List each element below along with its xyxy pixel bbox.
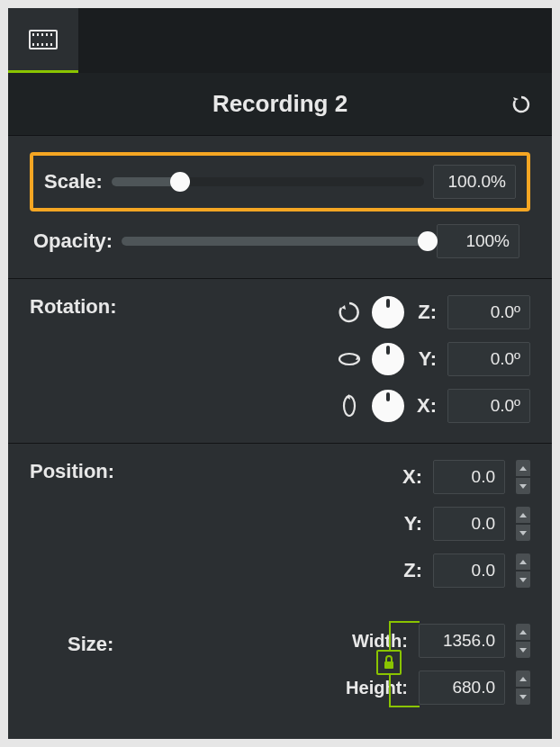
chevron-up-icon <box>519 466 527 471</box>
rotation-y-knob[interactable] <box>372 343 404 375</box>
rotate-x-icon[interactable] <box>338 394 361 418</box>
position-x-step-up[interactable] <box>516 460 530 476</box>
position-label: Position: <box>30 460 114 483</box>
size-width-stepper <box>516 624 530 658</box>
size-width-step-down[interactable] <box>516 642 530 658</box>
size-width-step-up[interactable] <box>516 624 530 640</box>
title-row: Recording 2 <box>8 73 552 136</box>
size-height-stepper <box>516 670 530 705</box>
position-y-stepper <box>516 507 530 541</box>
position-x-input[interactable] <box>433 460 505 494</box>
film-icon <box>29 30 58 50</box>
opacity-label: Opacity: <box>33 230 113 253</box>
position-z-row: Z: <box>30 554 530 588</box>
position-z-axis-label: Z: <box>401 559 422 582</box>
scale-highlight: Scale: <box>30 152 530 212</box>
rotation-label: Rotation: <box>30 295 117 319</box>
scale-input[interactable] <box>433 165 516 199</box>
size-group: Size: Width: <box>30 624 530 705</box>
position-z-step-up[interactable] <box>516 554 530 570</box>
chevron-down-icon <box>519 531 527 536</box>
position-size-section: Position: X: Y: Z: S <box>8 444 552 732</box>
opacity-row: Opacity: <box>30 224 530 258</box>
position-z-stepper <box>516 554 530 588</box>
position-z-step-down[interactable] <box>516 572 530 588</box>
scale-row: Scale: <box>44 165 516 199</box>
scale-slider-thumb[interactable] <box>170 172 190 192</box>
svg-rect-2 <box>384 662 393 669</box>
tab-visual[interactable] <box>8 8 78 73</box>
rotation-z-knob[interactable] <box>372 296 404 328</box>
chevron-up-icon <box>519 630 527 634</box>
position-y-axis-label: Y: <box>401 512 422 536</box>
rotate-z-icon[interactable] <box>338 301 361 324</box>
position-y-step-up[interactable] <box>516 507 530 523</box>
rotation-section: Rotation: Z: Y: X: <box>8 279 552 444</box>
rotation-x-axis-label: X: <box>415 394 437 418</box>
properties-panel: Recording 2 Scale: Opacity: <box>8 8 552 739</box>
rotation-x-knob[interactable] <box>372 390 404 422</box>
chevron-up-icon <box>519 560 527 564</box>
opacity-slider-thumb[interactable] <box>418 231 438 251</box>
position-z-input[interactable] <box>433 554 505 588</box>
size-height-step-down[interactable] <box>516 688 530 705</box>
size-label: Size: <box>68 633 113 656</box>
size-height-input[interactable] <box>419 670 505 705</box>
rotation-x-row: X: <box>30 389 530 423</box>
rotation-z-axis-label: Z: <box>415 301 437 324</box>
position-x-step-down[interactable] <box>516 478 530 494</box>
rotation-y-input[interactable] <box>447 342 530 376</box>
rotation-z-input[interactable] <box>447 295 530 329</box>
rotation-x-input[interactable] <box>447 389 530 423</box>
size-height-axis-label: Height: <box>346 678 408 698</box>
position-y-row: Y: <box>30 507 530 541</box>
rotation-y-row: Y: <box>30 342 530 376</box>
opacity-slider-fill <box>122 237 428 246</box>
rotation-y-axis-label: Y: <box>415 347 437 371</box>
chevron-up-icon <box>519 513 527 518</box>
size-height-row: Height: <box>30 670 530 705</box>
position-x-stepper <box>516 460 530 494</box>
opacity-input[interactable] <box>437 224 519 258</box>
media-title: Recording 2 <box>212 90 348 118</box>
position-x-axis-label: X: <box>401 465 422 489</box>
rotate-y-icon[interactable] <box>338 347 361 371</box>
chevron-down-icon <box>519 648 527 652</box>
size-width-input[interactable] <box>419 624 505 658</box>
chevron-up-icon <box>519 677 527 681</box>
chevron-down-icon <box>519 484 527 489</box>
position-y-input[interactable] <box>433 507 505 541</box>
chevron-down-icon <box>519 578 527 582</box>
size-height-step-up[interactable] <box>516 670 530 687</box>
scale-slider[interactable] <box>112 177 424 186</box>
transform-section: Scale: Opacity: <box>8 136 552 279</box>
size-width-axis-label: Width: <box>352 631 408 652</box>
position-y-step-down[interactable] <box>516 525 530 541</box>
scale-label: Scale: <box>44 170 103 194</box>
undo-icon <box>510 94 532 115</box>
tab-bar <box>8 8 552 73</box>
opacity-slider[interactable] <box>122 237 428 246</box>
chevron-down-icon <box>519 695 527 699</box>
reset-button[interactable] <box>509 92 534 117</box>
